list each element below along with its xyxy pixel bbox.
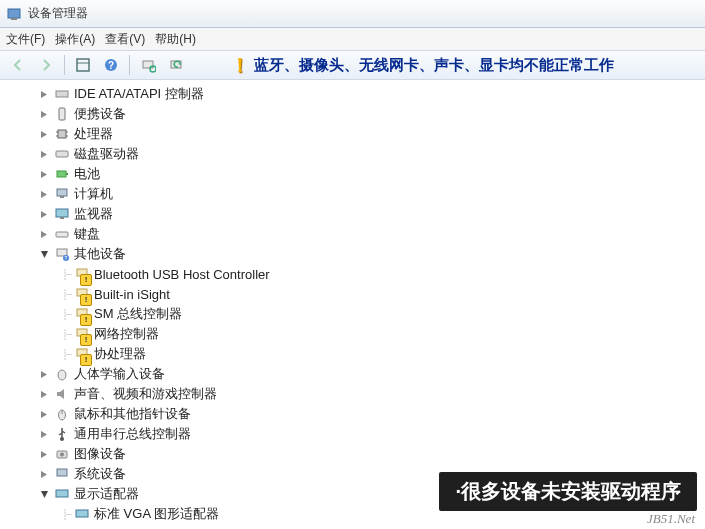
tree-node-keyboard[interactable]: 键盘 [18,224,705,244]
svg-rect-11 [58,130,66,138]
svg-text:?: ? [108,60,114,71]
computer-icon [54,186,70,202]
battery-icon [54,166,70,182]
svg-rect-18 [66,173,68,175]
tree-node-usb[interactable]: 通用串行总线控制器 [18,424,705,444]
expand-icon[interactable] [38,228,50,240]
svg-rect-16 [56,151,68,157]
expand-icon[interactable] [38,88,50,100]
menu-view[interactable]: 查看(V) [105,31,145,48]
svg-rect-1 [11,18,17,20]
svg-rect-2 [77,59,89,71]
app-icon [6,6,22,22]
window-title: 设备管理器 [28,5,88,22]
svg-point-37 [60,453,64,457]
tree-node-sound[interactable]: 声音、视频和游戏控制器 [18,384,705,404]
menu-help[interactable]: 帮助(H) [155,31,196,48]
tree-node-mouse[interactable]: 鼠标和其他指针设备 [18,404,705,424]
sound-icon [54,386,70,402]
other-devices-icon: ? [54,246,70,262]
tree-node-portable[interactable]: 便携设备 [18,104,705,124]
expand-icon[interactable] [38,388,50,400]
tree-node-ide[interactable]: IDE ATA/ATAPI 控制器 [18,84,705,104]
monitor-icon [54,206,70,222]
menu-action[interactable]: 操作(A) [55,31,95,48]
expand-icon[interactable] [38,408,50,420]
tree-node-other[interactable]: ?其他设备 [18,244,705,264]
svg-rect-23 [56,232,68,237]
tree-node-disk[interactable]: 磁盘驱动器 [18,144,705,164]
svg-rect-21 [56,209,68,217]
expand-icon[interactable] [38,128,50,140]
properties-button[interactable] [71,53,95,77]
svg-rect-19 [57,189,67,196]
tree-line: ┊┄ [62,329,70,340]
tree-node-battery[interactable]: 电池 [18,164,705,184]
svg-rect-17 [57,171,66,177]
svg-rect-40 [76,510,88,517]
expand-icon[interactable] [38,428,50,440]
expand-icon[interactable] [38,208,50,220]
titlebar: 设备管理器 [0,0,705,28]
svg-text:?: ? [65,255,68,261]
usb-icon [54,426,70,442]
caption-overlay: ·很多设备未安装驱动程序 [439,472,697,511]
tree-node-isight[interactable]: ┊┄Built-in iSight [18,284,705,304]
warning-icon: ！ [230,52,250,79]
tree-node-smbus[interactable]: ┊┄SM 总线控制器 [18,304,705,324]
expand-icon[interactable] [38,168,50,180]
svg-rect-39 [56,490,68,497]
tree-node-monitor[interactable]: 监视器 [18,204,705,224]
expand-icon[interactable] [38,368,50,380]
unknown-device-icon [74,326,90,342]
svg-rect-9 [56,91,68,97]
collapse-icon[interactable] [38,488,50,500]
svg-rect-31 [77,349,87,356]
tree-line: ┊┄ [62,289,70,300]
toolbar-separator [129,55,130,75]
tree-line: ┊┄ [62,349,70,360]
back-button[interactable] [6,53,30,77]
toolbar-separator [64,55,65,75]
cpu-icon [54,126,70,142]
menubar: 文件(F) 操作(A) 查看(V) 帮助(H) [0,28,705,50]
svg-rect-10 [59,108,65,120]
unknown-device-icon [74,266,90,282]
svg-rect-27 [77,269,87,276]
tree-node-computer[interactable]: 计算机 [18,184,705,204]
expand-icon[interactable] [38,468,50,480]
svg-point-35 [60,437,64,441]
collapse-icon[interactable] [38,248,50,260]
tree-node-hid[interactable]: 人体学输入设备 [18,364,705,384]
expand-icon[interactable] [38,188,50,200]
tree-node-bluetooth[interactable]: ┊┄Bluetooth USB Host Controller [18,264,705,284]
portable-icon [54,106,70,122]
expand-icon[interactable] [38,448,50,460]
svg-rect-20 [60,196,64,198]
svg-rect-29 [77,309,87,316]
warning-banner: ！ 蓝牙、摄像头、无线网卡、声卡、显卡均不能正常工作 [230,50,614,80]
expand-icon[interactable] [38,108,50,120]
watermark: JB51.Net [647,511,695,527]
system-icon [54,466,70,482]
imaging-icon [54,446,70,462]
svg-rect-28 [77,289,87,296]
help-button[interactable]: ? [99,53,123,77]
menu-file[interactable]: 文件(F) [6,31,45,48]
unknown-device-icon [74,306,90,322]
svg-point-32 [58,370,66,380]
svg-rect-0 [8,9,20,18]
expand-icon[interactable] [38,148,50,160]
svg-rect-22 [60,217,64,219]
tree-node-coprocessor[interactable]: ┊┄协处理器 [18,344,705,364]
keyboard-icon [54,226,70,242]
forward-button[interactable] [34,53,58,77]
refresh-button[interactable] [164,53,188,77]
banner-text: 蓝牙、摄像头、无线网卡、声卡、显卡均不能正常工作 [254,56,614,75]
scan-button[interactable] [136,53,160,77]
display-adapter-icon [54,486,70,502]
tree-line: ┊┄ [62,309,70,320]
tree-node-cpu[interactable]: 处理器 [18,124,705,144]
tree-node-netcontroller[interactable]: ┊┄网络控制器 [18,324,705,344]
tree-node-imaging[interactable]: 图像设备 [18,444,705,464]
